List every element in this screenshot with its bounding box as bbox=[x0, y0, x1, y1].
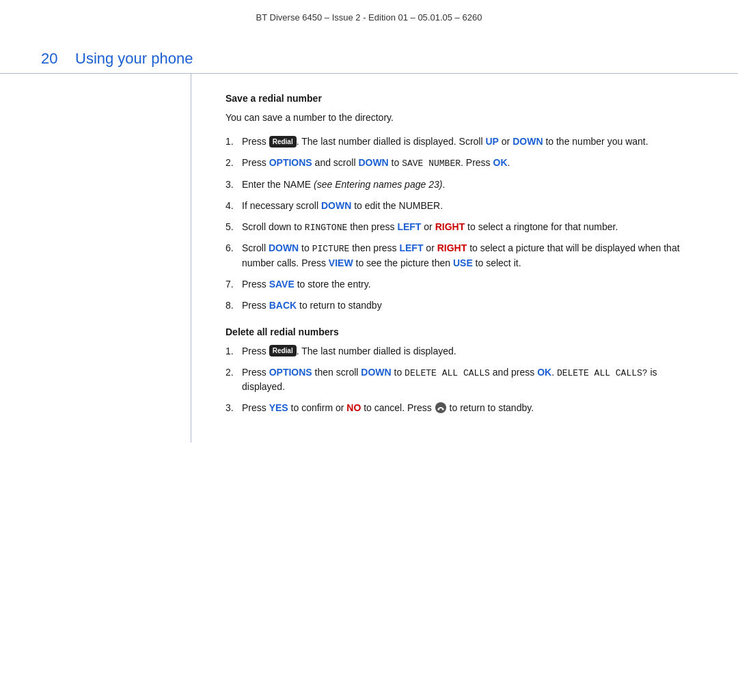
save-number-mono: SAVE NUMBER bbox=[402, 158, 461, 169]
down-label: DOWN bbox=[512, 136, 543, 147]
ringtone-mono: RINGTONE bbox=[305, 223, 347, 233]
right-label: RIGHT bbox=[435, 221, 465, 232]
step-content: If necessary scroll DOWN to edit the NUM… bbox=[242, 199, 697, 213]
list-item: 3. Press YES to confirm or NO to cancel.… bbox=[226, 401, 697, 415]
options-label: OPTIONS bbox=[269, 157, 312, 168]
delete-all-calls-q-mono: DELETE ALL CALLS? bbox=[557, 368, 648, 378]
delete-all-calls-mono: DELETE ALL CALLS bbox=[405, 368, 490, 378]
left-label: LEFT bbox=[397, 221, 421, 232]
svg-rect-2 bbox=[441, 409, 443, 410]
view-label: VIEW bbox=[329, 257, 353, 268]
ok-label: OK bbox=[537, 367, 551, 378]
left-column bbox=[41, 74, 191, 443]
section1-heading: Save a redial number bbox=[226, 93, 697, 104]
list-item: 1. Press Redial. The last number dialled… bbox=[226, 135, 697, 149]
options-label: OPTIONS bbox=[269, 367, 312, 378]
right-column: Save a redial number You can save a numb… bbox=[191, 74, 697, 443]
step-content: Scroll DOWN to PICTURE then press LEFT o… bbox=[242, 241, 697, 270]
list-item: 2. Press OPTIONS and scroll DOWN to SAVE… bbox=[226, 156, 697, 171]
list-item: 1. Press Redial. The last number dialled… bbox=[226, 344, 697, 359]
chapter-area: 20 Using your phone bbox=[0, 29, 738, 74]
step-content: Scroll down to RINGTONE then press LEFT … bbox=[242, 220, 697, 235]
step-number: 3. bbox=[226, 401, 242, 415]
step-number: 5. bbox=[226, 220, 242, 234]
step-number: 7. bbox=[226, 277, 242, 292]
list-item: 4. If necessary scroll DOWN to edit the … bbox=[226, 199, 697, 213]
step-content: Press BACK to return to standby bbox=[242, 298, 697, 313]
step-content: Press YES to confirm or NO to cancel. Pr… bbox=[242, 401, 697, 415]
content-area: Save a redial number You can save a numb… bbox=[0, 74, 738, 443]
no-label: NO bbox=[346, 402, 361, 413]
chapter-number: 20 bbox=[41, 50, 62, 68]
back-label: BACK bbox=[269, 300, 297, 311]
step-number: 2. bbox=[226, 365, 242, 380]
list-item: 5. Scroll down to RINGTONE then press LE… bbox=[226, 220, 697, 235]
step-number: 3. bbox=[226, 178, 242, 192]
header-text: BT Diverse 6450 – Issue 2 - Edition 01 –… bbox=[256, 12, 482, 23]
ok-label: OK bbox=[493, 157, 508, 168]
section2-heading: Delete all redial numbers bbox=[226, 326, 697, 337]
section2-steps: 1. Press Redial. The last number dialled… bbox=[226, 344, 697, 416]
step-number: 2. bbox=[226, 156, 242, 170]
step-number: 6. bbox=[226, 241, 242, 255]
step-number: 8. bbox=[226, 298, 242, 313]
step-content: Press OPTIONS and scroll DOWN to SAVE NU… bbox=[242, 156, 697, 171]
step-number: 4. bbox=[226, 199, 242, 213]
save-label: SAVE bbox=[269, 279, 295, 290]
page-header: BT Diverse 6450 – Issue 2 - Edition 01 –… bbox=[0, 0, 738, 29]
right-label: RIGHT bbox=[437, 242, 467, 253]
list-item: 8. Press BACK to return to standby bbox=[226, 298, 697, 313]
entering-names-ref: (see Entering names page 23) bbox=[314, 179, 442, 190]
step-content: Enter the NAME (see Entering names page … bbox=[242, 178, 697, 192]
redial-icon: Redial bbox=[269, 345, 297, 356]
redial-icon: Redial bbox=[269, 136, 297, 148]
step-content: Press SAVE to store the entry. bbox=[242, 277, 697, 292]
step-content: Press Redial. The last number dialled is… bbox=[242, 344, 697, 359]
step-content: Press Redial. The last number dialled is… bbox=[242, 135, 697, 149]
section1-intro: You can save a number to the directory. bbox=[226, 111, 697, 125]
down-label: DOWN bbox=[269, 242, 299, 253]
picture-mono: PICTURE bbox=[312, 244, 350, 254]
use-label: USE bbox=[453, 257, 473, 268]
chapter-title: Using your phone bbox=[75, 50, 193, 68]
list-item: 3. Enter the NAME (see Entering names pa… bbox=[226, 178, 697, 192]
section1-steps: 1. Press Redial. The last number dialled… bbox=[226, 135, 697, 313]
list-item: 2. Press OPTIONS then scroll DOWN to DEL… bbox=[226, 365, 697, 395]
left-label: LEFT bbox=[399, 242, 423, 253]
list-item: 7. Press SAVE to store the entry. bbox=[226, 277, 697, 292]
down-label: DOWN bbox=[358, 157, 388, 168]
up-label: UP bbox=[485, 136, 498, 147]
step-content: Press OPTIONS then scroll DOWN to DELETE… bbox=[242, 365, 697, 395]
step-number: 1. bbox=[226, 344, 242, 359]
svg-rect-1 bbox=[437, 409, 439, 410]
list-item: 6. Scroll DOWN to PICTURE then press LEF… bbox=[226, 241, 697, 270]
yes-label: YES bbox=[269, 402, 288, 413]
down-label: DOWN bbox=[321, 200, 351, 211]
step-number: 1. bbox=[226, 135, 242, 149]
page-container: BT Diverse 6450 – Issue 2 - Edition 01 –… bbox=[0, 0, 738, 700]
down-label: DOWN bbox=[361, 367, 391, 378]
end-call-icon bbox=[435, 402, 447, 414]
